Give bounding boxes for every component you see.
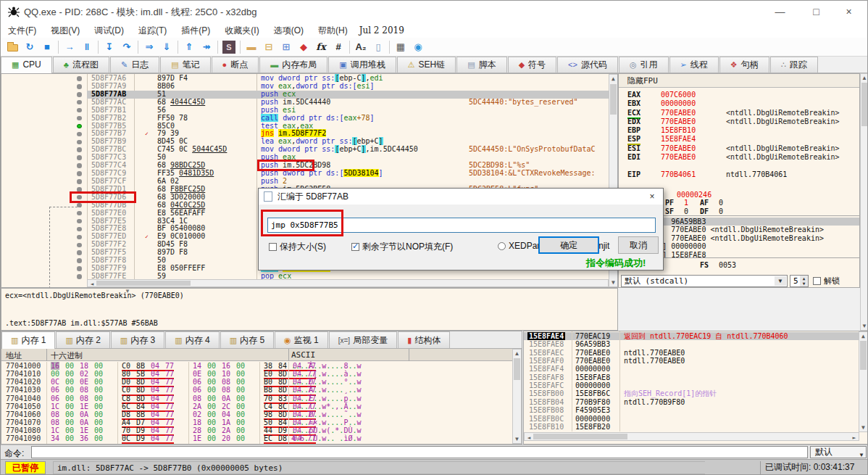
- row-dot-icon[interactable]: [77, 227, 82, 232]
- dialog-title-bar[interactable]: 汇编于 5D8F77AB ×: [259, 189, 663, 205]
- stack-row[interactable]: 15E8FAFC00000000: [524, 381, 859, 389]
- dialog-close-icon[interactable]: ×: [641, 189, 663, 205]
- tab-内存布局[interactable]: ▬内存布局: [259, 57, 327, 73]
- tab-流程图[interactable]: ♣流程图: [53, 57, 109, 73]
- row-dot-icon[interactable]: [77, 155, 82, 160]
- tab-句柄[interactable]: ❖句柄: [719, 57, 769, 73]
- row-dot-icon[interactable]: [77, 195, 82, 200]
- row-dot-icon[interactable]: [77, 116, 82, 121]
- stack-row[interactable]: 15E8FAF0770EABE0ntdll.770EABE0: [524, 357, 859, 365]
- open-folder-icon[interactable]: [4, 39, 21, 55]
- minimize-button[interactable]: —: [764, 1, 796, 22]
- row-dot-icon[interactable]: [77, 211, 82, 216]
- tab-脚本[interactable]: ▤脚本: [456, 57, 506, 73]
- radio-icon[interactable]: [498, 242, 506, 250]
- command-profile-dropdown[interactable]: 默认▼: [810, 446, 867, 458]
- stack-pane[interactable]: 15E8FAE4770EAC19返回到 ntdll.770EAC19 自 ntd…: [523, 331, 868, 445]
- tab-调用堆栈[interactable]: ▣调用堆栈: [328, 57, 396, 73]
- tab-内存 3[interactable]: ▥内存 3: [111, 331, 164, 348]
- stack-vscrollbar[interactable]: ▲▼: [859, 331, 868, 432]
- stack-row[interactable]: 15E8FAF400000000: [524, 365, 859, 373]
- checkbox-icon[interactable]: [813, 277, 821, 285]
- disasm-hscrollbar[interactable]: ◄: [87, 279, 609, 287]
- row-dot-icon[interactable]: [77, 258, 82, 263]
- dump-row[interactable]: 770410200C000E00D08D047706000800B08D0477…: [1, 378, 513, 386]
- row-dot-icon[interactable]: [77, 243, 82, 248]
- tab-内存 4[interactable]: ▥内存 4: [165, 331, 219, 348]
- cancel-button[interactable]: 取消: [618, 236, 659, 254]
- tab-笔记[interactable]: ▤笔记: [160, 57, 210, 73]
- tab-跟踪[interactable]: ∴跟踪: [770, 57, 818, 73]
- row-dot-icon[interactable]: [77, 235, 82, 240]
- hide-fpu-toggle[interactable]: 隐藏FPU: [619, 74, 859, 88]
- dump-row[interactable]: 77041090340036000CD904771E002000ECD80477…: [1, 434, 513, 442]
- dump-row[interactable]: 7704107008000A00A4D7047718001A0050840477…: [1, 418, 513, 426]
- dump-row[interactable]: 7704101000000200805B04770E001000E08D0477…: [1, 370, 513, 378]
- stack-row[interactable]: 15E8FAE896A59BB3: [524, 340, 859, 348]
- tab-SEH链[interactable]: ⚠SEH链: [397, 57, 456, 73]
- bookmark-icon[interactable]: ◆: [295, 39, 312, 55]
- comment-icon[interactable]: ⊟: [260, 39, 277, 55]
- step-out-icon[interactable]: ⇑: [180, 39, 198, 55]
- row-dot-icon[interactable]: [77, 250, 82, 255]
- menu-item-5[interactable]: 收藏夹(I): [217, 22, 266, 39]
- tab-线程[interactable]: ➢线程: [669, 57, 719, 73]
- step-down-icon[interactable]: ⇓: [158, 39, 175, 55]
- maximize-button[interactable]: □: [800, 1, 832, 22]
- run-icon[interactable]: →: [61, 39, 78, 55]
- row-dot-icon[interactable]: [77, 187, 82, 192]
- nop-fill-checkbox[interactable]: 剩余字节以NOP填充(F): [351, 241, 453, 253]
- unlock-checkbox[interactable]: 解锁: [813, 276, 840, 286]
- dump-row[interactable]: 7704100016001800C08B04771400160038840477…: [1, 362, 513, 370]
- calling-convention-dropdown[interactable]: 默认 (stdcall)▼: [621, 275, 788, 287]
- ok-button[interactable]: 确定: [538, 236, 599, 254]
- checkbox-checked-icon[interactable]: [351, 243, 359, 251]
- stack-row[interactable]: 15E8FB0015E8FB6C指向SEH_Record[1]的指针: [524, 389, 859, 397]
- dump-row[interactable]: 7704104006000800C88D047708000A0070830477…: [1, 395, 513, 402]
- memory-dump-pane[interactable]: ▥内存 1▥内存 2▥内存 3▥内存 4▥内存 5◉监视 1[x=]局部变量▮结…: [1, 331, 522, 445]
- checkbox-icon[interactable]: [269, 243, 277, 251]
- keep-size-checkbox[interactable]: 保持大小(S): [269, 241, 326, 253]
- modules-icon[interactable]: ▯: [370, 39, 387, 55]
- tab-监视 1[interactable]: ◉监视 1: [275, 331, 328, 348]
- step-into-icon[interactable]: ↧: [101, 39, 118, 55]
- pause-icon[interactable]: ‖: [78, 39, 96, 55]
- row-dot-icon[interactable]: [77, 84, 82, 89]
- label-icon[interactable]: ⊞: [277, 39, 295, 55]
- strings-icon[interactable]: A₂: [352, 39, 370, 55]
- row-dot-icon[interactable]: [77, 219, 82, 224]
- dump-row[interactable]: 770410801C001E0070D9047728002A0044D90477…: [1, 426, 513, 434]
- stack-row[interactable]: 15E8FB08F45905E3: [524, 406, 859, 414]
- menu-item-4[interactable]: 插件(P): [174, 22, 217, 39]
- execute-till-return-icon[interactable]: ⇒: [141, 39, 158, 55]
- registers-vscrollbar[interactable]: ▲▼: [860, 73, 868, 331]
- command-input[interactable]: [31, 446, 808, 458]
- row-dot-icon[interactable]: [77, 163, 82, 168]
- tab-局部变量[interactable]: [x=]局部变量: [329, 331, 397, 348]
- tab-内存 5[interactable]: ▥内存 5: [220, 331, 274, 348]
- row-dot-icon[interactable]: [77, 92, 82, 97]
- stack-row[interactable]: 15E8FAEC770EABE0ntdll.770EABE0: [524, 349, 859, 357]
- stack-row[interactable]: 15E8FAE4770EAC19返回到 ntdll.770EAC19 自 ntd…: [524, 332, 859, 340]
- row-dot-icon[interactable]: [77, 179, 82, 184]
- spinner-arrows-icon[interactable]: ▲▼: [800, 276, 808, 286]
- tab-断点[interactable]: ●断点: [212, 57, 259, 73]
- row-dot-icon[interactable]: [77, 171, 82, 176]
- menu-item-0[interactable]: 文件(F): [1, 22, 43, 39]
- script-s-icon[interactable]: S: [220, 39, 238, 55]
- menu-item-7[interactable]: 帮助(H): [311, 22, 355, 39]
- dump-row[interactable]: 7704106008000A00D88B047702000400988D0477…: [1, 410, 513, 418]
- stop-icon[interactable]: ■: [38, 39, 56, 55]
- stack-row[interactable]: 15E8FAF815E8FAE8: [524, 373, 859, 381]
- dump-vscrollbar[interactable]: ▲▼: [512, 349, 522, 444]
- dump-row[interactable]: 770410501C001E006C8404772A002C00C48C0477…: [1, 402, 513, 410]
- menu-item-1[interactable]: 视图(V): [43, 22, 87, 39]
- menu-item-2[interactable]: 调试(D): [87, 22, 131, 39]
- tab-内存 1[interactable]: ▥内存 1: [1, 331, 55, 349]
- row-dot-icon[interactable]: [77, 266, 82, 271]
- tab-结构体[interactable]: ▮结构体: [398, 331, 450, 348]
- tab-CPU[interactable]: ▦CPU: [1, 57, 52, 73]
- stack-row[interactable]: 15E8FB04770B9F80ntdll.770B9F80: [524, 398, 859, 406]
- patch-icon[interactable]: ▬: [243, 39, 260, 55]
- row-dot-icon[interactable]: [77, 132, 82, 137]
